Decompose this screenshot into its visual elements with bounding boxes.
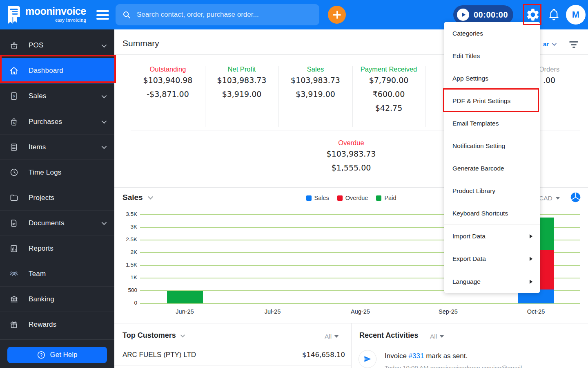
chevron-down-icon [102, 119, 107, 124]
app-window: mooninvoice easy invoicing Search contac… [0, 0, 588, 368]
list-document-icon [9, 142, 19, 152]
sidebar-item-label: Time Logs [29, 168, 62, 177]
menu-item-notification-setting[interactable]: Notification Setting [444, 135, 540, 157]
svg-text:?: ? [40, 352, 42, 357]
brand-wordmark[interactable]: mooninvoice easy invoicing [25, 5, 86, 23]
sidebar-item-label: Documents [29, 219, 65, 227]
gift-icon [9, 320, 19, 330]
bell-icon [548, 8, 560, 21]
settings-gear-button[interactable] [526, 7, 540, 23]
notifications-bell-button[interactable] [548, 8, 560, 22]
clock-icon [9, 168, 19, 177]
sidebar-item-label: Banking [29, 295, 54, 303]
y-axis-tick: 3.5K [114, 211, 137, 217]
send-icon [359, 350, 376, 368]
sidebar-item-items[interactable]: Items [0, 134, 114, 159]
currency-selector[interactable]: CAD [539, 195, 560, 202]
menu-item-app-settings[interactable]: App Settings [444, 67, 540, 90]
help-icon: ? [37, 350, 46, 359]
menu-item-pdf-print-settings[interactable]: PDF & Print Settings [444, 90, 540, 112]
recent-activities-filter[interactable]: All [430, 333, 444, 340]
chevron-down-icon [148, 194, 153, 200]
x-axis-tick: Jun-25 [160, 308, 209, 315]
divider [425, 66, 425, 127]
divider [352, 66, 353, 127]
pie-chart-toggle-icon[interactable] [570, 192, 581, 204]
stat-overdue: Overdue $103,983.73 $1,555.00 [302, 139, 400, 175]
get-help-label: Get Help [50, 351, 77, 359]
top-customers-title[interactable]: Top Customers [122, 331, 184, 340]
chart-legend: Sales Overdue Paid [290, 195, 412, 201]
menu-item-edit-titles[interactable]: Edit Titles [444, 45, 540, 67]
sidebar-item-purchases[interactable]: $ Purchases [0, 109, 114, 134]
filter-icon[interactable] [569, 41, 579, 49]
menu-item-email-templates[interactable]: Email Templates [444, 112, 540, 135]
chevron-down-icon [102, 144, 107, 149]
stat-outstanding: Outstanding $103,940.98 -$3,871.00 [131, 65, 205, 101]
sidebar-item-label: Projects [29, 194, 54, 202]
menu-item-export-data[interactable]: Export Data [444, 247, 540, 270]
sidebar-item-banking[interactable]: Banking [0, 286, 114, 312]
menu-item-product-library[interactable]: Product Library [444, 180, 540, 202]
customer-row[interactable]: ARC FUELS (PTY) LTD $146,658.10 [122, 351, 345, 359]
legend-item-paid: Paid [376, 195, 396, 201]
sidebar-item-documents[interactable]: Documents [0, 210, 114, 236]
sidebar-item-sales[interactable]: $ Sales [0, 83, 114, 109]
timer-widget[interactable]: 00:00:00 [453, 5, 513, 24]
sidebar-item-label: Team [29, 270, 46, 278]
legend-swatch [337, 195, 343, 201]
get-help-button[interactable]: ? Get Help [7, 347, 107, 363]
y-axis-tick: 3K [114, 224, 137, 230]
folder-icon [9, 193, 19, 203]
top-customers-filter[interactable]: All [325, 333, 339, 340]
legend-swatch [306, 195, 312, 201]
svg-text:$: $ [13, 94, 15, 98]
sidebar-item-label: Items [29, 143, 46, 151]
menu-item-generate-barcode[interactable]: Generate Barcode [444, 157, 540, 180]
sidebar-item-label: Purchases [29, 118, 62, 126]
triangle-down-icon [334, 335, 339, 338]
y-axis-tick: 500 [114, 287, 137, 293]
sidebar-item-label: POS [29, 41, 44, 49]
y-axis-tick: 1K [114, 274, 137, 280]
user-avatar[interactable]: M [566, 5, 586, 25]
add-new-button[interactable] [328, 6, 346, 24]
chevron-down-icon [102, 220, 107, 225]
sidebar-item-rewards[interactable]: Rewards [0, 312, 114, 337]
avatar-initial: M [572, 9, 579, 20]
shopping-bag-icon: $ [9, 117, 19, 127]
recent-activities-title: Recent Activities [359, 331, 418, 340]
team-people-icon [9, 269, 19, 279]
sidebar-item-pos[interactable]: POS [0, 33, 114, 58]
sidebar-item-projects[interactable]: Projects [0, 185, 114, 210]
search-bar[interactable]: Search contact, order, purchase order... [116, 4, 319, 25]
menu-item-categories[interactable]: Categories [444, 22, 540, 45]
sales-chart-title[interactable]: Sales [122, 193, 151, 202]
menu-item-keyboard-shortcuts[interactable]: Keyboard Shortcuts [444, 202, 540, 224]
period-selector[interactable]: ar [543, 40, 555, 47]
y-axis-tick: 2K [114, 249, 137, 255]
file-icon [9, 218, 19, 228]
divider [351, 323, 352, 368]
sidebar-item-time-logs[interactable]: Time Logs [0, 159, 114, 185]
chevron-down-icon [102, 93, 107, 98]
sidebar-item-reports[interactable]: Reports [0, 236, 114, 261]
summary-title: Summary [122, 38, 159, 48]
sidebar: POS Dashboard $ Sales $ Purchases Items [0, 29, 114, 368]
chevron-down-icon [180, 332, 185, 337]
invoice-link[interactable]: #331 [409, 352, 424, 360]
x-axis-tick: Sep-25 [424, 308, 473, 315]
play-icon[interactable] [457, 9, 469, 21]
sidebar-item-team[interactable]: Team [0, 261, 114, 286]
brand-tagline: easy invoicing [55, 17, 86, 23]
activity-subtext: Today 10:00 AM mooninvoicedemo.service@g… [385, 364, 527, 368]
mooninvoice-logo-icon [5, 5, 22, 24]
legend-item-sales: Sales [306, 195, 329, 201]
sidebar-item-dashboard[interactable]: Dashboard [0, 58, 114, 83]
bar-paid-Jun-25[interactable] [167, 291, 203, 303]
hamburger-menu-button[interactable] [96, 10, 109, 20]
menu-item-language[interactable]: Language [444, 270, 540, 293]
menu-item-import-data[interactable]: Import Data [444, 225, 540, 247]
search-placeholder: Search contact, order, purchase order... [137, 11, 259, 19]
y-axis-tick: 1.5K [114, 262, 137, 268]
